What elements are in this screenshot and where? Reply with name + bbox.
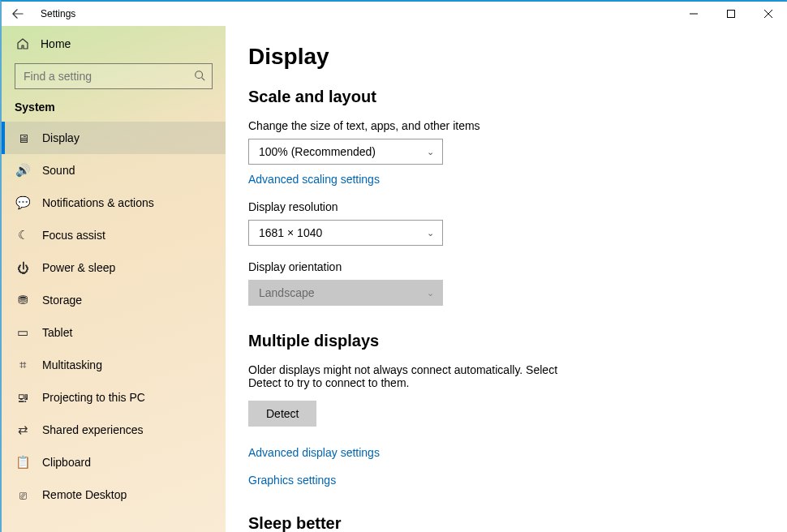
page-title: Display bbox=[248, 44, 764, 70]
nav-list: 🖥Display🔊Sound💬Notifications & actions☾F… bbox=[2, 122, 226, 532]
scale-label: Change the size of text, apps, and other… bbox=[248, 119, 764, 132]
home-label: Home bbox=[41, 37, 71, 50]
nav-item-label: Display bbox=[42, 131, 80, 144]
nav-item-tablet[interactable]: ▭Tablet bbox=[2, 316, 226, 349]
nav-item-projecting[interactable]: 🖳Projecting to this PC bbox=[2, 381, 226, 414]
nav-item-label: Focus assist bbox=[42, 229, 105, 242]
maximize-button[interactable] bbox=[712, 2, 750, 26]
svg-point-1 bbox=[196, 71, 203, 78]
nav-item-label: Shared experiences bbox=[42, 423, 144, 436]
nav-item-shared[interactable]: ⇄Shared experiences bbox=[2, 414, 226, 446]
sidebar: Home System 🖥Display🔊Sound💬Notifications… bbox=[2, 26, 226, 532]
notifications-icon: 💬 bbox=[15, 195, 31, 210]
nav-item-multitask[interactable]: ⌗Multitasking bbox=[2, 349, 226, 381]
minimize-button[interactable] bbox=[675, 2, 712, 26]
home-button[interactable]: Home bbox=[2, 29, 226, 58]
chevron-down-icon: ⌄ bbox=[427, 288, 434, 298]
nav-item-remote[interactable]: ⎚Remote Desktop bbox=[2, 478, 226, 511]
sound-icon: 🔊 bbox=[15, 163, 31, 178]
maximize-icon bbox=[727, 10, 735, 18]
back-arrow-icon bbox=[12, 8, 24, 19]
orientation-dropdown: Landscape ⌄ bbox=[248, 280, 443, 306]
multitasking-icon: ⌗ bbox=[15, 358, 31, 372]
projecting-icon: 🖳 bbox=[15, 391, 31, 405]
nav-item-label: Notifications & actions bbox=[42, 196, 154, 209]
nav-group-label: System bbox=[2, 101, 226, 122]
nav-item-display[interactable]: 🖥Display bbox=[2, 122, 226, 154]
focus-icon: ☾ bbox=[15, 228, 31, 242]
minimize-icon bbox=[690, 10, 698, 18]
detect-button[interactable]: Detect bbox=[248, 401, 316, 427]
section-scale-layout: Scale and layout bbox=[248, 88, 764, 106]
search-input[interactable] bbox=[22, 69, 194, 84]
power-icon: ⏻ bbox=[15, 261, 31, 275]
orientation-label: Display orientation bbox=[248, 260, 764, 273]
nav-item-label: Remote Desktop bbox=[42, 488, 127, 501]
nav-item-label: Storage bbox=[42, 294, 82, 307]
nav-item-sound[interactable]: 🔊Sound bbox=[2, 154, 226, 187]
clipboard-icon: 📋 bbox=[15, 455, 31, 470]
nav-item-label: Tablet bbox=[42, 326, 72, 339]
section-sleep-better: Sleep better bbox=[248, 514, 764, 532]
nav-item-label: Multitasking bbox=[42, 358, 102, 371]
multiple-displays-text: Older displays might not always connect … bbox=[248, 363, 573, 389]
search-icon bbox=[194, 70, 205, 84]
chevron-down-icon: ⌄ bbox=[427, 147, 434, 157]
nav-item-clipboard[interactable]: 📋Clipboard bbox=[2, 446, 226, 478]
back-button[interactable] bbox=[6, 2, 29, 25]
orientation-value: Landscape bbox=[259, 286, 315, 299]
graphics-settings-link[interactable]: Graphics settings bbox=[248, 474, 336, 487]
close-icon bbox=[764, 10, 772, 18]
title-bar: Settings bbox=[2, 2, 787, 26]
tablet-icon: ▭ bbox=[15, 325, 31, 340]
resolution-label: Display resolution bbox=[248, 200, 764, 213]
nav-item-notifications[interactable]: 💬Notifications & actions bbox=[2, 187, 226, 219]
search-box[interactable] bbox=[15, 63, 213, 89]
chevron-down-icon: ⌄ bbox=[427, 228, 434, 238]
scale-value: 100% (Recommended) bbox=[259, 145, 376, 158]
resolution-value: 1681 × 1040 bbox=[259, 226, 322, 239]
nav-item-label: Power & sleep bbox=[42, 261, 115, 274]
scale-dropdown[interactable]: 100% (Recommended) ⌄ bbox=[248, 139, 443, 165]
monitor-icon: 🖥 bbox=[15, 131, 31, 145]
content-area: Display Scale and layout Change the size… bbox=[226, 26, 787, 532]
close-button[interactable] bbox=[750, 2, 787, 26]
storage-icon: ⛃ bbox=[15, 293, 31, 307]
window-title: Settings bbox=[41, 8, 75, 19]
nav-item-storage[interactable]: ⛃Storage bbox=[2, 284, 226, 316]
shared-icon: ⇄ bbox=[15, 423, 31, 437]
home-icon bbox=[15, 37, 31, 50]
nav-item-label: Sound bbox=[42, 164, 75, 177]
nav-item-label: Clipboard bbox=[42, 456, 91, 469]
remote-icon: ⎚ bbox=[15, 488, 31, 502]
advanced-display-link[interactable]: Advanced display settings bbox=[248, 446, 380, 459]
nav-item-label: Projecting to this PC bbox=[42, 391, 145, 404]
section-multiple-displays: Multiple displays bbox=[248, 332, 764, 350]
nav-item-power[interactable]: ⏻Power & sleep bbox=[2, 251, 226, 284]
advanced-scaling-link[interactable]: Advanced scaling settings bbox=[248, 173, 380, 186]
resolution-dropdown[interactable]: 1681 × 1040 ⌄ bbox=[248, 220, 443, 246]
svg-rect-0 bbox=[728, 11, 735, 18]
nav-item-focus[interactable]: ☾Focus assist bbox=[2, 219, 226, 251]
